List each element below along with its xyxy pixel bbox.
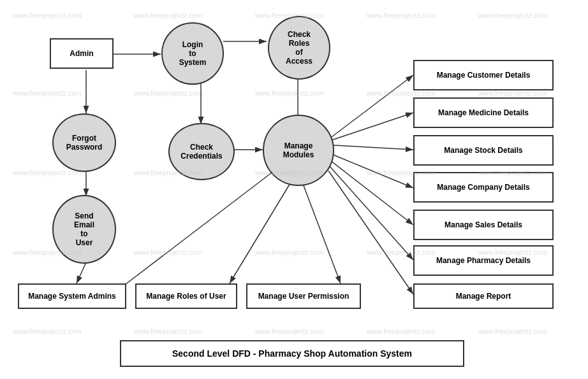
- manage-report-box: Manage Report: [413, 283, 554, 309]
- send-email-circle: Send Email to User: [52, 195, 116, 264]
- title-box: Second Level DFD - Pharmacy Shop Automat…: [120, 340, 464, 367]
- manage-modules-label: Manage Modules: [283, 141, 314, 159]
- forgot-password-label: Forgot Password: [66, 134, 103, 152]
- watermark-22: www.freeprojectz.com: [134, 327, 203, 335]
- svg-line-17: [298, 172, 341, 283]
- manage-stock-box: Manage Stock Details: [413, 135, 554, 166]
- diagram-area: Admin Login to System Check Roles of Acc…: [6, 6, 582, 373]
- manage-modules-circle: Manage Modules: [263, 115, 334, 186]
- watermark-24: www.freeprojectz.com: [367, 327, 436, 335]
- manage-report-label: Manage Report: [456, 292, 511, 301]
- svg-line-16: [230, 171, 298, 283]
- manage-sales-box: Manage Sales Details: [413, 210, 554, 240]
- svg-line-9: [332, 75, 413, 137]
- watermark-4: www.freeprojectz.com: [367, 11, 436, 19]
- watermark-21: www.freeprojectz.com: [13, 327, 82, 335]
- manage-company-label: Manage Company Details: [437, 183, 529, 192]
- watermark-2: www.freeprojectz.com: [134, 11, 203, 19]
- login-label: Login to System: [179, 40, 207, 67]
- admin-box: Admin: [50, 38, 114, 69]
- diagram-title: Second Level DFD - Pharmacy Shop Automat…: [172, 348, 412, 359]
- watermark-1: www.freeprojectz.com: [13, 11, 82, 19]
- manage-pharmacy-label: Manage Pharmacy Details: [436, 256, 531, 265]
- svg-line-18: [112, 171, 274, 295]
- watermark-17: www.freeprojectz.com: [134, 248, 203, 256]
- send-email-label: Send Email to User: [74, 211, 94, 247]
- login-circle: Login to System: [161, 22, 224, 85]
- svg-line-12: [332, 154, 413, 188]
- manage-user-permission-label: Manage User Permission: [258, 292, 349, 301]
- manage-medicine-box: Manage Medicine Details: [413, 97, 554, 128]
- check-credentials-circle: Check Credentials: [168, 123, 235, 180]
- watermark-25: www.freeprojectz.com: [478, 327, 547, 335]
- manage-user-permission-box: Manage User Permission: [246, 283, 361, 309]
- manage-customer-box: Manage Customer Details: [413, 60, 554, 90]
- watermark-7: www.freeprojectz.com: [134, 89, 203, 97]
- watermark-8: www.freeprojectz.com: [255, 89, 324, 97]
- svg-line-15: [328, 171, 413, 294]
- manage-roles-box: Manage Roles of User: [135, 283, 237, 309]
- watermark-11: www.freeprojectz.com: [13, 169, 82, 176]
- svg-line-6: [77, 262, 86, 283]
- manage-system-admins-box: Manage System Admins: [18, 283, 126, 309]
- manage-stock-label: Manage Stock Details: [444, 146, 522, 155]
- manage-sales-label: Manage Sales Details: [445, 220, 522, 229]
- admin-label: Admin: [70, 49, 93, 58]
- manage-roles-label: Manage Roles of User: [146, 292, 226, 301]
- manage-system-admins-label: Manage System Admins: [28, 292, 116, 301]
- manage-customer-label: Manage Customer Details: [437, 71, 531, 80]
- svg-line-13: [330, 161, 413, 225]
- check-credentials-label: Check Credentials: [180, 143, 222, 161]
- watermark-23: www.freeprojectz.com: [255, 327, 324, 335]
- svg-line-11: [334, 145, 413, 150]
- manage-medicine-label: Manage Medicine Details: [438, 108, 529, 117]
- watermark-6: www.freeprojectz.com: [13, 89, 82, 97]
- svg-line-10: [332, 113, 413, 140]
- svg-line-14: [329, 166, 413, 260]
- manage-pharmacy-box: Manage Pharmacy Details: [413, 245, 554, 276]
- check-roles-label: Check Roles of Access: [286, 30, 312, 66]
- check-roles-circle: Check Roles of Access: [268, 16, 330, 80]
- watermark-5: www.freeprojectz.com: [478, 11, 547, 19]
- manage-company-box: Manage Company Details: [413, 172, 554, 203]
- forgot-password-circle: Forgot Password: [52, 113, 116, 172]
- watermark-18: www.freeprojectz.com: [255, 248, 324, 256]
